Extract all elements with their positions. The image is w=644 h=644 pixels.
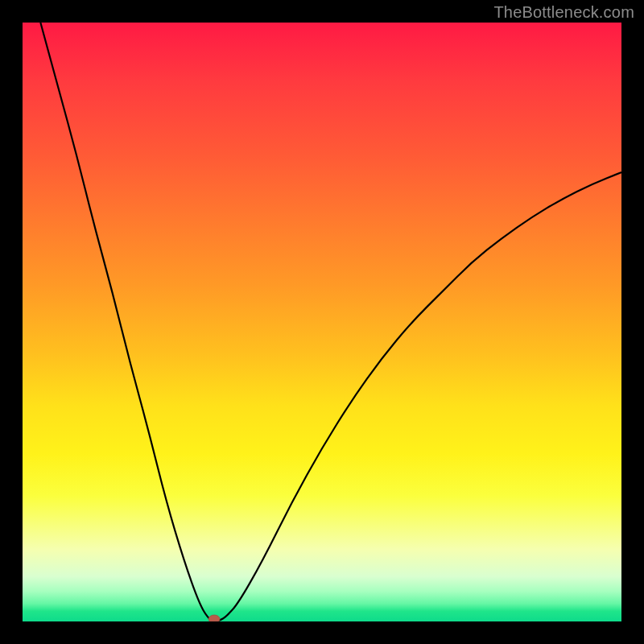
chart-frame: TheBottleneck.com bbox=[0, 0, 644, 644]
minimum-marker bbox=[208, 615, 220, 621]
curve-layer bbox=[23, 23, 621, 621]
watermark-text: TheBottleneck.com bbox=[493, 3, 634, 22]
plot-area bbox=[23, 23, 621, 621]
bottleneck-curve bbox=[40, 23, 621, 621]
